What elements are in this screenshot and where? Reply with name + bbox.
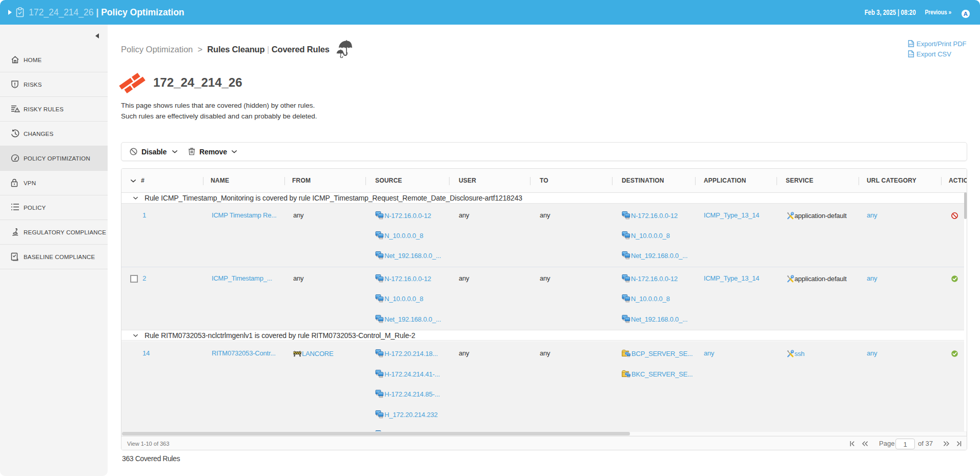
svg-text:pdf: pdf [909, 43, 914, 46]
svg-text:csv: csv [909, 53, 914, 56]
